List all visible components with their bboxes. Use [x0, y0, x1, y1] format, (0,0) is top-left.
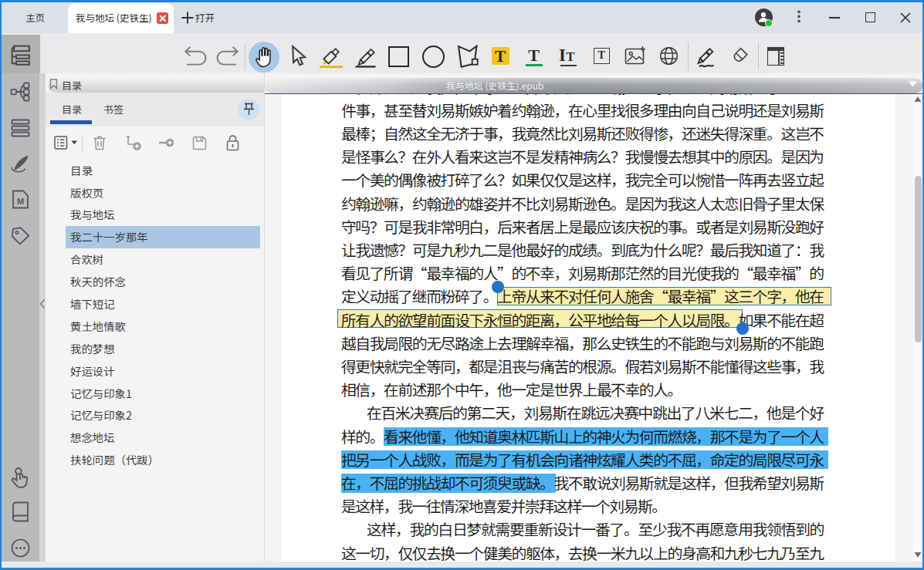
- svg-text:M: M: [17, 197, 24, 206]
